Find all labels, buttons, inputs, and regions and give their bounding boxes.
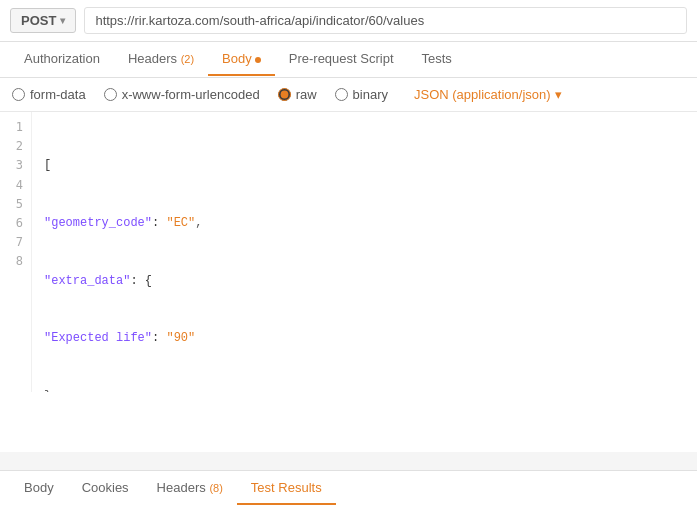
method-chevron: ▾	[60, 15, 65, 26]
code-line-1: [	[44, 156, 685, 175]
tab-tests[interactable]: Tests	[408, 43, 466, 76]
code-editor[interactable]: 1 2 3 4 5 6 7 8 [ "geometry_code": "EC",…	[0, 112, 697, 392]
json-type-selector[interactable]: JSON (application/json) ▾	[414, 87, 562, 102]
editor-empty-space	[0, 392, 697, 452]
bottom-tab-test-results[interactable]: Test Results	[237, 472, 336, 505]
url-bar: POST ▾	[0, 0, 697, 42]
option-raw[interactable]: raw	[278, 87, 317, 102]
bottom-tabs: Body Cookies Headers (8) Test Results	[0, 470, 697, 506]
option-urlencoded[interactable]: x-www-form-urlencoded	[104, 87, 260, 102]
url-input[interactable]	[84, 7, 687, 34]
body-options-row: form-data x-www-form-urlencoded raw bina…	[0, 78, 697, 112]
bottom-tab-headers[interactable]: Headers (8)	[143, 472, 237, 505]
code-body[interactable]: [ "geometry_code": "EC", "extra_data": {…	[32, 112, 697, 392]
code-line-2: "geometry_code": "EC",	[44, 214, 685, 233]
tab-pre-request[interactable]: Pre-request Script	[275, 43, 408, 76]
bottom-tab-cookies[interactable]: Cookies	[68, 472, 143, 505]
bottom-tab-body[interactable]: Body	[10, 472, 68, 505]
top-tabs: Authorization Headers (2) Body Pre-reque…	[0, 42, 697, 78]
code-line-4: "Expected life": "90"	[44, 329, 685, 348]
body-dot	[255, 57, 261, 63]
tab-headers[interactable]: Headers (2)	[114, 43, 208, 76]
code-line-3: "extra_data": {	[44, 272, 685, 291]
option-binary[interactable]: binary	[335, 87, 388, 102]
tab-authorization[interactable]: Authorization	[10, 43, 114, 76]
line-numbers: 1 2 3 4 5 6 7 8	[0, 112, 32, 392]
method-dropdown[interactable]: POST ▾	[10, 8, 76, 33]
tab-body[interactable]: Body	[208, 43, 275, 76]
code-line-5: },	[44, 387, 685, 392]
method-label: POST	[21, 13, 56, 28]
option-form-data[interactable]: form-data	[12, 87, 86, 102]
